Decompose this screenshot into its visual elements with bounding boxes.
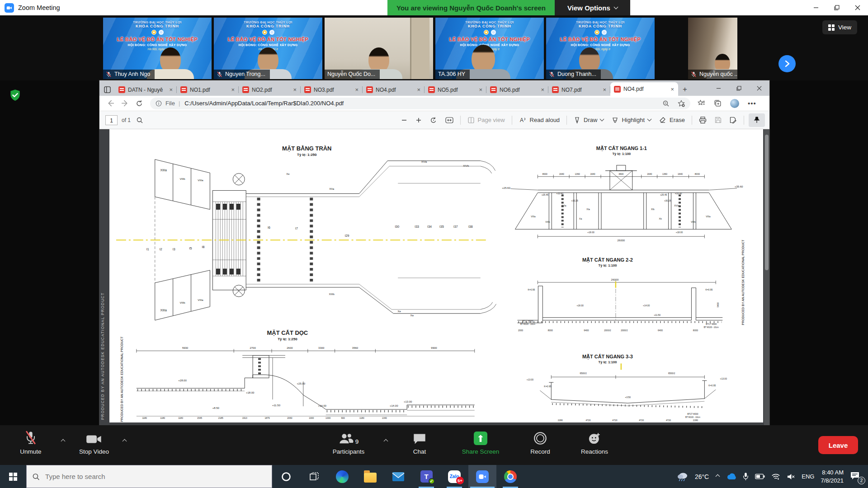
unmute-button[interactable]: Unmute bbox=[10, 430, 52, 455]
search-input[interactable] bbox=[44, 472, 266, 481]
browser-tab[interactable]: NO3.pdf× bbox=[301, 84, 363, 96]
browser-tab[interactable]: NO2.pdf× bbox=[239, 84, 301, 96]
next-participants-button[interactable] bbox=[778, 55, 796, 72]
fit-to-width-button[interactable] bbox=[445, 117, 453, 123]
share-screen-button[interactable]: Share Screen bbox=[452, 430, 509, 455]
tab-close-icon[interactable]: × bbox=[353, 86, 361, 93]
profile-avatar[interactable] bbox=[730, 99, 739, 108]
browser-tab[interactable]: NO4.pdf× bbox=[363, 84, 425, 96]
taskbar-chrome-icon[interactable] bbox=[496, 465, 524, 488]
minimize-button[interactable] bbox=[806, 0, 826, 15]
participant-tile[interactable]: Nguyễn quốc ... bbox=[688, 18, 737, 79]
participants-button[interactable]: 9 Participants bbox=[319, 430, 378, 455]
taskbar-edge-icon[interactable] bbox=[328, 465, 356, 488]
participant-tile[interactable]: TRƯỜNG ĐẠI HỌC THỦY LỢI KHOA CÔNG TRÌNH … bbox=[546, 18, 655, 79]
search-icon[interactable] bbox=[136, 117, 143, 124]
zoom-page-icon[interactable] bbox=[662, 100, 670, 107]
view-options-button[interactable]: View Options bbox=[555, 0, 630, 15]
new-tab-button[interactable]: + bbox=[678, 83, 692, 96]
taskbar-zalo-icon[interactable]: Zalo5+ bbox=[440, 465, 468, 488]
print-icon[interactable] bbox=[699, 117, 707, 124]
tab-close-icon[interactable]: × bbox=[600, 86, 609, 93]
close-button[interactable] bbox=[847, 0, 868, 15]
read-aloud-button[interactable]: A Read aloud bbox=[519, 117, 560, 124]
participant-tile[interactable]: Nguyễn Quốc Do... bbox=[325, 18, 433, 79]
speaker-muted-icon[interactable] bbox=[787, 473, 795, 480]
url-field[interactable]: File | C:/Users/Admin/AppData/Local/Temp… bbox=[150, 98, 690, 109]
minimize-button[interactable] bbox=[708, 80, 729, 96]
tab-close-icon[interactable]: × bbox=[291, 86, 299, 93]
refresh-icon[interactable] bbox=[132, 100, 146, 107]
participant-tile-active-speaker[interactable]: TRƯỜNG ĐẠI HỌC THỦY LỢI KHOA CÔNG TRÌNH … bbox=[435, 18, 544, 79]
forward-icon[interactable] bbox=[118, 99, 132, 107]
pin-toolbar-button[interactable] bbox=[749, 113, 765, 127]
browser-tab[interactable]: NO1.pdf× bbox=[177, 84, 239, 96]
erase-button[interactable]: Erase bbox=[659, 117, 685, 124]
collections-icon[interactable] bbox=[714, 99, 722, 107]
zoom-out-button[interactable] bbox=[401, 117, 407, 123]
save-icon[interactable] bbox=[715, 117, 722, 123]
cortana-button[interactable] bbox=[272, 465, 300, 488]
drawing-annotation: +25.45 bbox=[660, 193, 667, 196]
maximize-button[interactable] bbox=[826, 0, 847, 15]
weather-icon[interactable] bbox=[677, 471, 689, 482]
tab-close-icon[interactable]: × bbox=[229, 86, 237, 93]
tab-close-icon[interactable]: × bbox=[415, 86, 423, 93]
battery-icon[interactable] bbox=[755, 474, 765, 479]
wifi-icon[interactable] bbox=[771, 473, 780, 480]
browser-tab[interactable]: NO5.pdf× bbox=[425, 84, 486, 96]
browser-tab[interactable]: NO7.pdf× bbox=[548, 84, 610, 96]
reactions-button[interactable]: Reactions bbox=[571, 430, 618, 455]
taskbar-mail-icon[interactable] bbox=[384, 465, 412, 488]
action-center-button[interactable]: 2 bbox=[850, 471, 863, 482]
participants-options-chevron[interactable] bbox=[384, 439, 388, 444]
scrollbar[interactable] bbox=[764, 129, 769, 425]
tab-close-icon[interactable]: × bbox=[167, 86, 175, 93]
back-icon[interactable] bbox=[103, 99, 118, 107]
browser-tab[interactable]: DATN - Nguyê× bbox=[115, 84, 177, 96]
tab-close-icon[interactable]: × bbox=[538, 86, 547, 93]
tab-actions-icon[interactable] bbox=[99, 83, 115, 96]
video-options-chevron[interactable] bbox=[123, 439, 127, 444]
onedrive-icon[interactable] bbox=[726, 473, 736, 480]
settings-menu-icon[interactable]: ••• bbox=[748, 99, 756, 107]
mic-options-chevron[interactable] bbox=[61, 439, 66, 444]
logo-icon bbox=[594, 30, 599, 35]
hidden-icons-chevron[interactable] bbox=[716, 474, 720, 479]
rotate-button[interactable] bbox=[430, 117, 437, 124]
mic-tray-icon[interactable] bbox=[743, 472, 749, 481]
taskbar-file-explorer-icon[interactable] bbox=[356, 465, 384, 488]
zoom-in-button[interactable] bbox=[415, 117, 422, 123]
draw-button[interactable]: Draw bbox=[574, 117, 604, 124]
save-as-icon[interactable] bbox=[730, 117, 737, 124]
view-layout-button[interactable]: View bbox=[822, 20, 857, 34]
taskbar-zoom-icon[interactable] bbox=[468, 465, 496, 488]
restore-button[interactable] bbox=[729, 80, 749, 96]
encryption-shield-icon[interactable] bbox=[9, 89, 21, 101]
favorite-star-icon[interactable] bbox=[678, 100, 685, 107]
taskbar-teams-icon[interactable]: T✓ bbox=[412, 465, 440, 488]
participant-tile[interactable]: TRƯỜNG ĐẠI HỌC THỦY LỢI KHOA CÔNG TRÌNH … bbox=[103, 18, 212, 79]
favorites-bar-icon[interactable] bbox=[698, 99, 705, 107]
browser-tab-active[interactable]: NO4.pdf× bbox=[610, 82, 678, 96]
page-number-input[interactable]: 1 bbox=[105, 115, 118, 125]
highlight-button[interactable]: Highlight bbox=[612, 117, 651, 124]
clock[interactable]: 8:40 AM 7/8/2021 bbox=[821, 469, 844, 484]
record-button[interactable]: Record bbox=[520, 430, 561, 455]
start-button[interactable] bbox=[0, 465, 26, 488]
language-indicator[interactable]: ENG bbox=[802, 473, 814, 480]
stop-video-button[interactable]: Stop Video bbox=[72, 430, 116, 455]
tab-close-icon[interactable]: × bbox=[668, 86, 676, 93]
page-view-button[interactable]: Page view bbox=[467, 117, 505, 124]
task-view-button[interactable] bbox=[300, 465, 328, 488]
leave-button[interactable]: Leave bbox=[818, 436, 858, 454]
participant-tile[interactable]: TRƯỜNG ĐẠI HỌC THỦY LỢI KHOA CÔNG TRÌNH … bbox=[214, 18, 322, 79]
tab-close-icon[interactable]: × bbox=[476, 86, 485, 93]
taskbar-search[interactable] bbox=[26, 465, 272, 488]
browser-tab[interactable]: NO6.pdf× bbox=[486, 84, 548, 96]
scrollbar-thumb[interactable] bbox=[765, 135, 769, 270]
weather-temp[interactable]: 26°C bbox=[695, 473, 709, 480]
chat-button[interactable]: Chat bbox=[401, 430, 438, 455]
pdf-content-area[interactable]: PRODUCED BY AN AUTODESK EDUCATIONAL PROD… bbox=[99, 129, 769, 425]
close-button[interactable] bbox=[749, 80, 769, 96]
